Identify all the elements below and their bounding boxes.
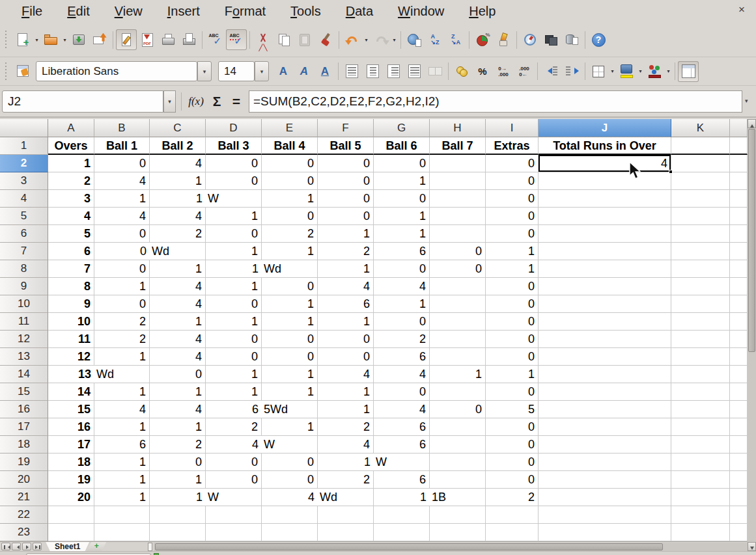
cell-J10[interactable] xyxy=(539,295,671,313)
cell-A18[interactable]: 17 xyxy=(48,436,94,453)
cell-I6[interactable]: 0 xyxy=(486,225,539,243)
cell-partial-18[interactable] xyxy=(730,436,748,453)
cell-A19[interactable]: 18 xyxy=(48,453,94,471)
cell-D11[interactable]: 1 xyxy=(206,313,262,331)
cell-D21[interactable]: W xyxy=(206,489,262,506)
cell-C17[interactable]: 1 xyxy=(150,418,206,436)
cell-I1[interactable]: Extras xyxy=(486,137,539,155)
cell-F6[interactable]: 1 xyxy=(318,225,374,243)
cell-C10[interactable]: 4 xyxy=(150,295,206,313)
cell-A5[interactable]: 4 xyxy=(48,208,94,225)
scroll-down-icon[interactable] xyxy=(748,542,756,551)
cell-H3[interactable] xyxy=(430,172,486,190)
cell-partial-21[interactable] xyxy=(730,489,748,506)
row-header-3[interactable]: 3 xyxy=(0,172,48,190)
cell-styles-button[interactable] xyxy=(12,61,33,82)
edit-mode-button[interactable] xyxy=(116,29,137,50)
cell-A6[interactable]: 5 xyxy=(48,225,94,243)
cell-partial-20[interactable] xyxy=(730,471,748,489)
cell-A15[interactable]: 14 xyxy=(48,383,94,401)
align-justified-button[interactable] xyxy=(404,61,425,82)
cell-A13[interactable]: 12 xyxy=(48,348,94,366)
cell-K18[interactable] xyxy=(671,436,730,453)
insert-chart-button[interactable]: % xyxy=(472,29,493,50)
cell-I20[interactable]: 0 xyxy=(486,471,539,489)
cell-B11[interactable]: 2 xyxy=(94,313,150,331)
cell-K22[interactable] xyxy=(671,506,730,524)
vertical-scrollbar[interactable] xyxy=(748,119,756,551)
redo-button[interactable] xyxy=(370,29,391,50)
horizontal-scrollbar[interactable] xyxy=(154,543,748,551)
cell-F20[interactable]: 2 xyxy=(318,471,374,489)
cell-I22[interactable] xyxy=(486,506,539,524)
cell-I14[interactable]: 1 xyxy=(486,366,539,383)
cell-B2[interactable]: 0 xyxy=(94,155,150,172)
cell-I12[interactable]: 0 xyxy=(486,331,539,348)
cell-F21[interactable]: Wd xyxy=(318,489,374,506)
cell-D3[interactable]: 0 xyxy=(206,172,262,190)
cell-D23[interactable] xyxy=(206,524,262,541)
cell-H11[interactable] xyxy=(430,313,486,331)
cell-B16[interactable]: 4 xyxy=(94,401,150,418)
cell-F15[interactable]: 1 xyxy=(318,383,374,401)
sidebar-button[interactable] xyxy=(678,61,699,82)
cell-G10[interactable]: 1 xyxy=(374,295,430,313)
cell-F1[interactable]: Ball 5 xyxy=(318,137,374,155)
selected-cell-J2[interactable]: 4 xyxy=(539,155,671,172)
decrease-indent-button[interactable] xyxy=(540,61,561,82)
cell-B9[interactable]: 1 xyxy=(94,278,150,295)
cell-K3[interactable] xyxy=(671,172,730,190)
cell-H5[interactable] xyxy=(430,208,486,225)
sort-ascending-button[interactable]: A ↘Z xyxy=(425,29,445,50)
cell-F7[interactable]: 2 xyxy=(318,243,374,260)
show-draw-functions-button[interactable] xyxy=(493,29,514,50)
menu-item-edit[interactable]: Edit xyxy=(55,2,102,21)
font-name-combo[interactable]: Liberation Sans▾ xyxy=(36,61,197,81)
undo-dropdown-icon[interactable]: ▾ xyxy=(363,29,370,50)
cell-F9[interactable]: 4 xyxy=(318,278,374,295)
row-header-14[interactable]: 14 xyxy=(0,366,48,383)
borders-dropdown-icon[interactable]: ▾ xyxy=(609,61,616,82)
cell-K10[interactable] xyxy=(671,295,730,313)
cell-B21[interactable]: 1 xyxy=(94,489,150,506)
cell-F16[interactable]: 1 xyxy=(318,401,374,418)
export-pdf-button[interactable]: PDF xyxy=(137,29,158,50)
cell-G5[interactable]: 1 xyxy=(374,208,430,225)
cell-K11[interactable] xyxy=(671,313,730,331)
cell-D6[interactable]: 0 xyxy=(206,225,262,243)
column-header-J[interactable]: J xyxy=(539,119,671,137)
cell-E19[interactable]: 0 xyxy=(262,453,318,471)
cell-G3[interactable]: 1 xyxy=(374,172,430,190)
column-header-F[interactable]: F xyxy=(318,119,374,137)
cell-B20[interactable]: 1 xyxy=(94,471,150,489)
cell-E15[interactable]: 1 xyxy=(262,383,318,401)
cell-F12[interactable]: 0 xyxy=(318,331,374,348)
cell-I11[interactable]: 0 xyxy=(486,313,539,331)
cell-A9[interactable]: 8 xyxy=(48,278,94,295)
cell-partial-7[interactable] xyxy=(730,243,748,260)
delete-decimal-button[interactable]: .000 0← xyxy=(514,61,535,82)
cell-F14[interactable]: 4 xyxy=(318,366,374,383)
cell-D19[interactable]: 0 xyxy=(206,453,262,471)
cell-D4[interactable]: W xyxy=(206,190,262,208)
cell-partial-1[interactable] xyxy=(730,137,748,155)
paste-button[interactable] xyxy=(294,29,315,50)
cell-D2[interactable]: 0 xyxy=(206,155,262,172)
row-header-20[interactable]: 20 xyxy=(0,471,48,489)
cell-G7[interactable]: 6 xyxy=(374,243,430,260)
cell-F2[interactable]: 0 xyxy=(318,155,374,172)
cell-F11[interactable]: 1 xyxy=(318,313,374,331)
cell-I7[interactable]: 1 xyxy=(486,243,539,260)
cell-partial-5[interactable] xyxy=(730,208,748,225)
cell-C2[interactable]: 4 xyxy=(150,155,206,172)
cell-E13[interactable]: 0 xyxy=(262,348,318,366)
cell-E20[interactable]: 0 xyxy=(262,471,318,489)
merge-cells-button[interactable] xyxy=(425,61,445,82)
help-button[interactable]: ? xyxy=(588,29,609,50)
cell-C3[interactable]: 1 xyxy=(150,172,206,190)
cell-H22[interactable] xyxy=(430,506,486,524)
cell-D17[interactable]: 2 xyxy=(206,418,262,436)
align-left-button[interactable] xyxy=(341,61,362,82)
copy-button[interactable] xyxy=(273,29,294,50)
cell-I8[interactable]: 1 xyxy=(486,260,539,278)
